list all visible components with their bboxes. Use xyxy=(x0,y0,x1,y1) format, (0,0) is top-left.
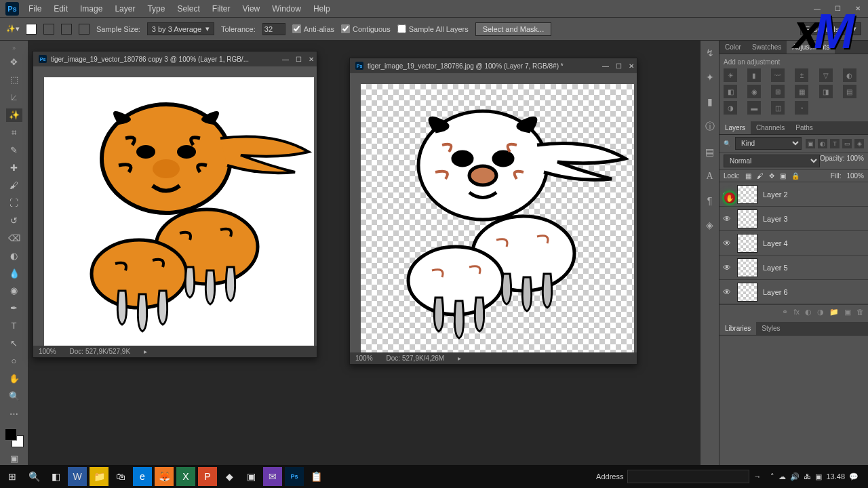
visibility-toggle-icon[interactable]: 👁 xyxy=(722,287,732,297)
firefox-app-icon[interactable]: 🦊 xyxy=(155,467,174,486)
filter-smart-icon[interactable]: ◈ xyxy=(854,139,864,148)
powerpoint-app-icon[interactable]: P xyxy=(198,467,217,486)
color-lookup-adj-icon[interactable]: ▦ xyxy=(795,85,808,98)
stamp-tool-icon[interactable]: ⛶ xyxy=(6,196,22,209)
menu-window[interactable]: Window xyxy=(272,4,301,14)
eraser-tool-icon[interactable]: ⌫ xyxy=(6,231,22,245)
zoom-level-2[interactable]: 100% xyxy=(355,354,373,362)
actions-panel-icon[interactable]: ◈ xyxy=(706,220,713,230)
layers-tab[interactable]: Layers xyxy=(719,121,751,134)
document-window-1[interactable]: Ps tiger_image_19_vector_180786 copy 3 @… xyxy=(33,51,317,358)
type-tool-icon[interactable]: T xyxy=(6,319,22,333)
ruler-vertical[interactable] xyxy=(33,77,44,346)
magic-wand-tool-icon[interactable]: ✨ xyxy=(6,108,22,122)
marquee-tool-icon[interactable]: ⬚ xyxy=(6,73,22,87)
layer-row[interactable]: 👁 Layer 6 xyxy=(719,280,868,304)
brush-tool-icon[interactable]: 🖌 xyxy=(6,178,22,192)
filter-adj-icon[interactable]: ◐ xyxy=(818,139,827,148)
lock-transparent-icon[interactable]: ▦ xyxy=(745,172,751,180)
minimize-button[interactable]: — xyxy=(807,0,827,16)
pen-tool-icon[interactable]: ✒ xyxy=(6,302,22,315)
menu-layer[interactable]: Layer xyxy=(115,4,135,14)
canvas-2[interactable] xyxy=(361,84,634,352)
adjustments-tab[interactable]: Adjustments xyxy=(787,41,835,54)
lock-pixels-icon[interactable]: 🖌 xyxy=(757,172,764,180)
photoshop-app-icon[interactable]: Ps xyxy=(285,467,304,486)
start-button[interactable]: ⊞ xyxy=(3,467,22,486)
notifications-icon[interactable]: 💬 xyxy=(849,472,859,481)
more-adj-icon[interactable]: ▫ xyxy=(795,101,808,115)
filter-pixel-icon[interactable]: ▣ xyxy=(806,139,815,148)
excel-app-icon[interactable]: X xyxy=(176,467,195,486)
tray-lang-icon[interactable]: ▣ xyxy=(815,472,822,481)
crop-tool-icon[interactable]: ⌗ xyxy=(6,126,22,140)
zoom-tool-icon[interactable]: 🔍 xyxy=(6,390,22,403)
doc-minimize-icon[interactable]: — xyxy=(282,56,289,63)
hue-adj-icon[interactable]: ◐ xyxy=(843,68,856,82)
filter-shape-icon[interactable]: ▭ xyxy=(842,139,852,148)
ruler-horizontal[interactable] xyxy=(33,66,317,77)
bw-adj-icon[interactable]: ◧ xyxy=(724,85,737,98)
ps-logo-icon[interactable]: Ps xyxy=(5,2,19,16)
lock-position-icon[interactable]: ✥ xyxy=(769,172,774,180)
lasso-tool-icon[interactable]: ⟀ xyxy=(6,91,22,104)
delete-layer-icon[interactable]: 🗑 xyxy=(856,308,864,317)
channels-tab[interactable]: Channels xyxy=(751,121,790,134)
fill-value[interactable]: 100% xyxy=(846,172,864,180)
tray-up-icon[interactable]: ˄ xyxy=(770,472,774,481)
hand-tool-icon[interactable]: ✋ xyxy=(6,372,22,386)
layer-name[interactable]: Layer 4 xyxy=(763,239,788,247)
eyedropper-tool-icon[interactable]: ✎ xyxy=(6,144,22,157)
character-panel-icon[interactable]: A xyxy=(706,171,713,182)
tray-network-icon[interactable]: 🖧 xyxy=(804,472,811,481)
blur-tool-icon[interactable]: 💧 xyxy=(6,266,22,280)
color-swatches[interactable] xyxy=(5,428,24,447)
intersect-selection-icon[interactable] xyxy=(79,24,90,35)
clock[interactable]: 13.48 xyxy=(826,472,845,481)
histogram-panel-icon[interactable]: ▮ xyxy=(707,96,713,107)
tray-cloud-icon[interactable]: ☁ xyxy=(778,472,786,481)
layers-list[interactable]: 👁 Layer 2 👁 Layer 3 👁 Layer 4 👁 Layer 5 xyxy=(719,182,868,304)
paths-tab[interactable]: Paths xyxy=(790,121,818,134)
menu-filter[interactable]: Filter xyxy=(212,4,231,14)
layer-thumbnail[interactable] xyxy=(737,234,757,253)
new-layer-icon[interactable]: ▣ xyxy=(844,308,851,317)
color-tab[interactable]: Color xyxy=(719,41,747,54)
tool-preset-icon[interactable]: ✨▾ xyxy=(7,23,19,35)
layer-name[interactable]: Layer 6 xyxy=(763,288,788,296)
libraries-tab[interactable]: Libraries xyxy=(719,322,756,335)
menu-help[interactable]: Help xyxy=(313,4,330,14)
adjustment-layer-icon[interactable]: ◑ xyxy=(817,308,824,317)
ruler-horizontal[interactable] xyxy=(350,73,637,84)
path-tool-icon[interactable]: ↖ xyxy=(6,337,22,350)
info-panel-icon[interactable]: ⓘ xyxy=(705,121,715,133)
subtract-selection-icon[interactable] xyxy=(61,24,72,35)
filter-text-icon[interactable]: T xyxy=(830,139,840,148)
dodge-tool-icon[interactable]: ◉ xyxy=(6,284,22,298)
navigator-panel-icon[interactable]: ▤ xyxy=(705,146,714,157)
invert-adj-icon[interactable]: ◨ xyxy=(819,85,833,98)
ruler-vertical[interactable] xyxy=(350,84,361,352)
maximize-button[interactable]: ☐ xyxy=(827,0,848,16)
menu-view[interactable]: View xyxy=(242,4,260,14)
lock-all-icon[interactable]: 🔒 xyxy=(791,172,800,180)
styles-tab[interactable]: Styles xyxy=(756,322,785,335)
curves-adj-icon[interactable]: 〰 xyxy=(771,68,785,82)
selective-color-adj-icon[interactable]: ◫ xyxy=(771,101,785,115)
menu-type[interactable]: Type xyxy=(147,4,165,14)
doc-maximize-icon[interactable]: ☐ xyxy=(616,62,622,70)
add-selection-icon[interactable] xyxy=(43,24,54,35)
layer-name[interactable]: Layer 5 xyxy=(763,264,788,272)
history-panel-icon[interactable]: ↯ xyxy=(706,47,714,58)
layer-thumbnail[interactable] xyxy=(737,283,757,302)
more-tools-icon[interactable]: ⋯ xyxy=(6,407,22,420)
new-selection-icon[interactable] xyxy=(26,24,37,35)
doc-close-icon[interactable]: ✕ xyxy=(309,56,314,63)
brightness-adj-icon[interactable]: ☀ xyxy=(724,68,737,82)
layer-name[interactable]: Layer 2 xyxy=(763,190,788,199)
doc-close-icon[interactable]: ✕ xyxy=(629,62,634,70)
address-go-icon[interactable]: → xyxy=(753,472,761,481)
document-tab-1[interactable]: Ps tiger_image_19_vector_180786 copy 3 @… xyxy=(33,52,317,66)
app-icon[interactable]: ✉ xyxy=(263,467,282,486)
layer-fx-icon[interactable]: fx xyxy=(793,308,800,317)
